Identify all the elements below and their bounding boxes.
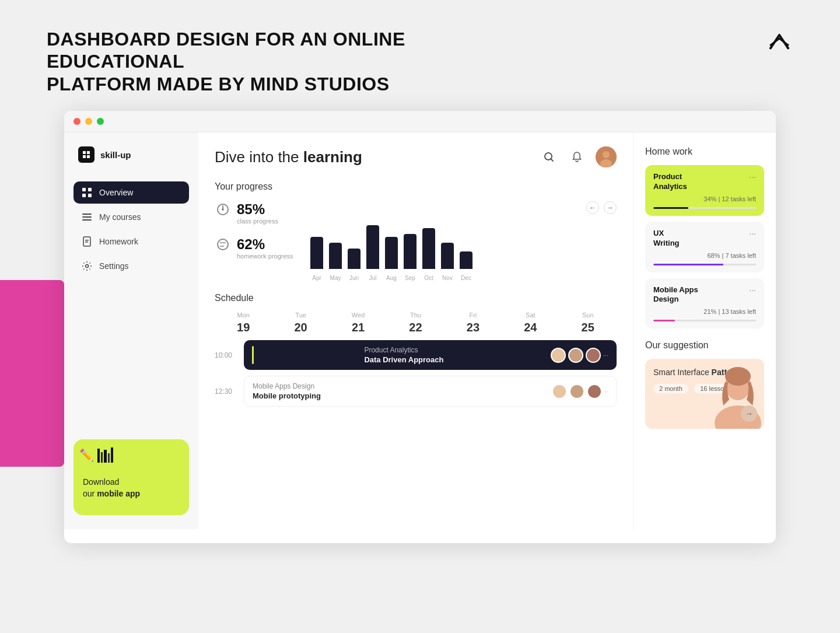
- svg-rect-10: [82, 219, 92, 221]
- svg-rect-0: [83, 151, 86, 154]
- chart-label-jun: Jun: [348, 275, 360, 281]
- svg-rect-5: [88, 188, 92, 191]
- svg-rect-6: [82, 194, 86, 197]
- homework-progress-icon: [215, 236, 231, 253]
- chart-bar-oct: [422, 228, 435, 269]
- chart-area: ← → AprMayJunJulAugSepOctNovDec: [310, 201, 617, 281]
- chart-bar-aug: [385, 237, 398, 269]
- hw-card-1[interactable]: UXWriting ··· 68% | 7 tasks left: [645, 222, 764, 272]
- window-maximize-dot[interactable]: [97, 118, 104, 125]
- chart-bar-jun: [348, 249, 360, 269]
- event-card-0[interactable]: Product Analytics Data Driven Approach ·…: [244, 340, 617, 370]
- event-card-1[interactable]: Mobile Apps Design Mobile prototyping ··: [244, 376, 617, 407]
- right-panel: Home work ProductAnalytics ··· 34% | 12 …: [633, 132, 776, 529]
- event-row-1: 12:30 Mobile Apps Design Mobile prototyp…: [215, 376, 617, 407]
- sidebar-item-homework[interactable]: Homework: [74, 230, 189, 253]
- schedule-day-19[interactable]: Mon 19: [215, 312, 272, 334]
- event-time-0: 10:00: [215, 351, 237, 359]
- event-title-1: Mobile Apps Design: [253, 382, 321, 390]
- event-avatar-0: [551, 348, 566, 363]
- homework-progress-stat: 62% homework progress: [215, 236, 296, 260]
- event-subtitle-0: Data Driven Approach: [364, 355, 443, 364]
- hw-card-0[interactable]: ProductAnalytics ··· 34% | 12 tasks left: [645, 165, 764, 216]
- schedule-day-23[interactable]: Fri 23: [444, 312, 502, 334]
- event-avatar-1: [568, 348, 583, 363]
- header-actions: [540, 146, 617, 167]
- hw-cards-container: ProductAnalytics ··· 34% | 12 tasks left…: [645, 165, 764, 328]
- chart-bar-sep: [404, 234, 416, 269]
- hw-card-more-0[interactable]: ···: [749, 172, 756, 181]
- hw-card-meta-0: 34% | 12 tasks left: [653, 195, 756, 202]
- svg-rect-8: [82, 214, 92, 215]
- svg-point-21: [218, 239, 228, 250]
- event-avatar-2: [586, 348, 601, 363]
- chart-bar-jul: [366, 225, 379, 269]
- sidebar-my-courses-label: My courses: [99, 212, 141, 222]
- user-avatar[interactable]: [596, 146, 617, 167]
- chart-label-jul: Jul: [366, 275, 379, 281]
- mobile-app-card[interactable]: ✏️ Download our mobile app: [74, 439, 189, 515]
- homework-progress-pct: 62%: [237, 236, 293, 253]
- svg-rect-9: [82, 216, 92, 218]
- event-subtitle-1: Mobile prototyping: [253, 391, 321, 400]
- svg-rect-12: [85, 240, 89, 241]
- event-avatars-1: ··: [552, 384, 608, 399]
- hw-progress-fill-1: [653, 264, 723, 265]
- sidebar-logo-text: skill-up: [100, 150, 131, 160]
- schedule-day-22[interactable]: Thu 22: [387, 312, 444, 334]
- suggestion-card: Smart Interface Patterns 2 month 16 less…: [645, 359, 764, 429]
- schedule-day-24[interactable]: Sat 24: [502, 312, 559, 334]
- page-title: DASHBOARD DESIGN FOR AN ONLINE EDUCATION…: [47, 28, 478, 95]
- schedule-label: Schedule: [215, 293, 617, 303]
- chart-next-btn[interactable]: →: [604, 201, 617, 214]
- chart-label-apr: Apr: [310, 275, 323, 281]
- sidebar-item-overview[interactable]: Overview: [74, 181, 189, 204]
- svg-rect-4: [82, 188, 86, 191]
- sidebar-overview-label: Overview: [99, 188, 133, 197]
- hw-card-more-1[interactable]: ···: [749, 229, 756, 238]
- event-time-1: 12:30: [215, 387, 237, 396]
- events-container: 10:00 Product Analytics Data Driven Appr…: [215, 340, 617, 407]
- hw-progress-bar-0: [653, 207, 756, 209]
- schedule-section: Schedule Mon 19 Tue 20 Wed 21 Thu 22 Fri…: [215, 293, 617, 407]
- barcode-area: ✏️: [79, 447, 113, 463]
- sidebar-item-settings[interactable]: Settings: [74, 255, 189, 277]
- chart-bar-apr: [310, 237, 323, 269]
- suggestion-tag-duration: 2 month: [653, 384, 688, 393]
- hw-card-title-0: ProductAnalytics: [653, 172, 687, 192]
- chart-prev-btn[interactable]: ←: [586, 201, 599, 214]
- schedule-day-21[interactable]: Wed 21: [330, 312, 387, 334]
- suggestion-section-label: Our suggestion: [645, 340, 764, 351]
- homework-progress-label: homework progress: [237, 253, 293, 260]
- hw-card-meta-2: 21% | 13 tasks left: [653, 308, 756, 315]
- dashboard: skill-up Overview My courses Homework: [64, 132, 776, 529]
- event-avatar-1: [569, 384, 584, 399]
- sidebar-homework-label: Homework: [99, 237, 138, 246]
- event-more-0: ···: [603, 352, 608, 359]
- progress-section-label: Your progress: [215, 181, 617, 192]
- window-minimize-dot[interactable]: [85, 118, 92, 125]
- class-progress-icon: [215, 201, 231, 218]
- svg-point-26: [725, 367, 751, 386]
- hw-card-meta-1: 68% | 7 tasks left: [653, 252, 756, 259]
- event-bar-0: [252, 346, 254, 364]
- hw-card-more-2[interactable]: ···: [749, 285, 756, 295]
- schedule-day-25[interactable]: Sun 25: [559, 312, 617, 334]
- svg-rect-3: [87, 155, 90, 158]
- svg-rect-1: [87, 151, 90, 154]
- search-button[interactable]: [540, 148, 558, 166]
- pencil-icon: ✏️: [79, 448, 94, 462]
- chart-bars: [310, 219, 617, 271]
- svg-point-17: [603, 151, 610, 158]
- sidebar-settings-label: Settings: [99, 261, 129, 271]
- browser-window: skill-up Overview My courses Homework: [64, 111, 776, 543]
- window-close-dot[interactable]: [74, 118, 80, 125]
- sidebar-item-my-courses[interactable]: My courses: [74, 206, 189, 228]
- schedule-day-20[interactable]: Tue 20: [272, 312, 329, 334]
- event-row-0: 10:00 Product Analytics Data Driven Appr…: [215, 340, 617, 370]
- svg-point-14: [86, 265, 89, 268]
- sidebar-logo: skill-up: [74, 146, 189, 163]
- hw-card-2[interactable]: Mobile AppsDesign ··· 21% | 13 tasks lef…: [645, 278, 764, 329]
- notification-button[interactable]: [568, 148, 586, 166]
- class-progress-pct: 85%: [237, 201, 278, 218]
